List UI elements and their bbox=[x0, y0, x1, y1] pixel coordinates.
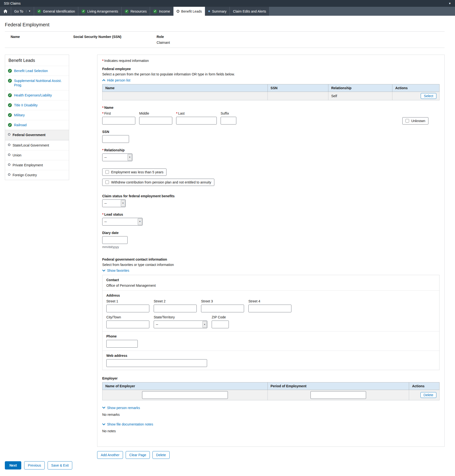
withdrew-contribution-checkbox[interactable]: Withdrew contribution from pension plan … bbox=[102, 179, 214, 186]
middle-name-group: Middle bbox=[139, 111, 172, 124]
tab-label: Income bbox=[159, 9, 170, 13]
unknown-checkbox-label: Unknown bbox=[411, 119, 425, 123]
claim-status-select[interactable]: -- ▼ bbox=[102, 199, 126, 207]
person-name-column: Name bbox=[11, 35, 73, 44]
street1-field[interactable] bbox=[106, 305, 149, 312]
zip-field[interactable] bbox=[212, 320, 229, 328]
last-name-group: *Last bbox=[176, 111, 217, 124]
sidebar-item-label: Private Employment bbox=[13, 163, 43, 167]
employer-name-field[interactable] bbox=[142, 391, 228, 399]
delete-button[interactable]: Delete bbox=[153, 451, 169, 459]
withdrew-checkbox-input[interactable] bbox=[105, 180, 109, 184]
employment-period-field[interactable] bbox=[310, 391, 366, 399]
employment-checkbox-input[interactable] bbox=[105, 170, 109, 174]
column-header-name: Name bbox=[102, 84, 268, 92]
hide-person-list-toggle[interactable]: Hide person list bbox=[102, 78, 130, 82]
contact-section: Contact Office of Personnel Management bbox=[102, 275, 439, 290]
suffix-label: Suffix bbox=[221, 111, 236, 115]
unknown-checkbox-input[interactable] bbox=[406, 119, 409, 123]
radio-circle-icon bbox=[8, 173, 10, 176]
chevron-up-icon bbox=[102, 79, 105, 81]
street1-group: Street 1 bbox=[106, 299, 149, 312]
next-button[interactable]: Next bbox=[5, 461, 21, 469]
street4-field[interactable] bbox=[248, 305, 292, 312]
person-role-column: Role Claimant bbox=[157, 35, 439, 44]
sidebar-item-private-employment[interactable]: Private Employment bbox=[5, 160, 69, 170]
tab-summary[interactable]: Summary bbox=[205, 7, 230, 16]
contact-label: Contact bbox=[106, 278, 435, 282]
diary-date-format-hint: mm/dd/yyyy bbox=[102, 245, 439, 249]
tab-label: Summary bbox=[212, 9, 227, 13]
home-button[interactable] bbox=[0, 7, 11, 16]
tab-claim-edits-alerts[interactable]: Claim Edits and Alerts bbox=[230, 7, 269, 16]
relationship-select-input[interactable]: -- bbox=[102, 154, 132, 161]
sidebar-item-union[interactable]: Union bbox=[5, 150, 69, 160]
add-another-button[interactable]: Add Another bbox=[97, 451, 123, 459]
state-select[interactable]: -- ▼ bbox=[154, 320, 207, 328]
contact-info-heading: Federal government contact information bbox=[102, 257, 439, 261]
last-name-field[interactable] bbox=[176, 117, 217, 124]
sidebar-item-railroad[interactable]: ✓ Railroad bbox=[5, 120, 69, 130]
claim-status-select-input[interactable]: -- bbox=[102, 199, 126, 207]
check-icon: ✓ bbox=[8, 93, 12, 97]
web-address-section: Web address bbox=[102, 351, 439, 370]
tab-general-identification[interactable]: ✓ General Identification bbox=[34, 7, 78, 16]
sidebar-item-label: State/Local Government bbox=[13, 143, 49, 148]
street3-field[interactable] bbox=[201, 305, 244, 312]
select-person-button[interactable]: Select bbox=[421, 93, 436, 99]
person-ssn-cell bbox=[268, 92, 328, 100]
sidebar-item-state-local-government[interactable]: State/Local Government bbox=[5, 140, 69, 150]
delete-employer-button[interactable]: Delete bbox=[421, 392, 436, 398]
chevron-down-icon bbox=[102, 423, 105, 426]
sidebar-item-snap[interactable]: ✓ Supplemental Nutritional Assist. Prog. bbox=[5, 76, 69, 90]
show-person-remarks-toggle[interactable]: Show person remarks bbox=[102, 406, 140, 410]
state-select-input[interactable]: -- bbox=[154, 320, 207, 328]
required-asterisk: * bbox=[176, 111, 177, 115]
check-icon: ✓ bbox=[8, 113, 12, 117]
tab-label: General Identification bbox=[43, 9, 75, 13]
ssn-label: SSN bbox=[102, 130, 439, 134]
person-ssn-column: Social Security Number (SSN) bbox=[73, 35, 157, 44]
web-address-label: Web address bbox=[106, 354, 435, 358]
save-and-exit-button[interactable]: Save & Exit bbox=[48, 461, 72, 469]
column-header-employer-name: Name of Employer bbox=[102, 382, 268, 390]
previous-button[interactable]: Previous bbox=[24, 461, 44, 469]
column-header-period: Period of Employment bbox=[268, 382, 409, 390]
relationship-select[interactable]: -- ▼ bbox=[102, 154, 132, 161]
sidebar-item-foreign-country[interactable]: Foreign Country bbox=[5, 170, 69, 180]
clear-page-button[interactable]: Clear Page bbox=[126, 451, 150, 459]
tab-living-arrangements[interactable]: ✓ Living Arrangements bbox=[78, 7, 122, 16]
middle-name-label: Middle bbox=[139, 111, 172, 115]
suffix-field[interactable] bbox=[221, 117, 236, 124]
header-caret-down-icon[interactable]: ▼ bbox=[448, 2, 451, 5]
middle-name-field[interactable] bbox=[139, 117, 172, 124]
sidebar-item-health-expenses[interactable]: ✓ Health Expenses/Liability bbox=[5, 90, 69, 100]
lead-status-select[interactable]: -- ▼ bbox=[102, 218, 143, 226]
sidebar-item-federal-government[interactable]: Federal Government bbox=[5, 130, 69, 140]
lead-status-select-input[interactable]: -- bbox=[102, 218, 143, 226]
street2-field[interactable] bbox=[154, 305, 197, 312]
employment-less-than-5-years-checkbox[interactable]: Employment was less than 5 years bbox=[102, 169, 166, 176]
tab-benefit-leads[interactable]: Benefit Leads bbox=[173, 7, 205, 16]
phone-field[interactable] bbox=[106, 340, 138, 348]
street4-group: Street 4 bbox=[248, 299, 292, 312]
tab-resources[interactable]: ✓ Resources bbox=[122, 7, 150, 16]
lead-status-label: *Lead status bbox=[102, 213, 439, 216]
ssn-field[interactable] bbox=[102, 135, 129, 143]
diary-date-field[interactable] bbox=[102, 236, 128, 244]
first-name-field[interactable] bbox=[102, 117, 135, 124]
sidebar-item-military[interactable]: ✓ Military bbox=[5, 110, 69, 120]
zip-group: ZIP Code bbox=[212, 315, 229, 328]
sidebar-item-benefit-lead-selection[interactable]: ✓ Benefit Lead Selection bbox=[5, 66, 69, 76]
name-unknown-checkbox[interactable]: Unknown bbox=[402, 117, 428, 124]
person-role-value: Claimant bbox=[157, 41, 439, 44]
goto-dropdown[interactable]: Go To ▼ bbox=[11, 7, 34, 16]
show-file-documentation-notes-toggle[interactable]: Show file documentation notes bbox=[102, 422, 153, 426]
show-favorites-toggle[interactable]: Show favorites bbox=[102, 269, 129, 272]
sidebar-item-title-ii-disability[interactable]: ✓ Title II Disability bbox=[5, 100, 69, 110]
employment-checkbox-label: Employment was less than 5 years bbox=[111, 170, 163, 174]
tab-income[interactable]: ✓ Income bbox=[150, 7, 173, 16]
web-address-field[interactable] bbox=[106, 359, 207, 367]
required-note: *Indicates required information bbox=[102, 59, 439, 63]
city-field[interactable] bbox=[106, 320, 149, 328]
